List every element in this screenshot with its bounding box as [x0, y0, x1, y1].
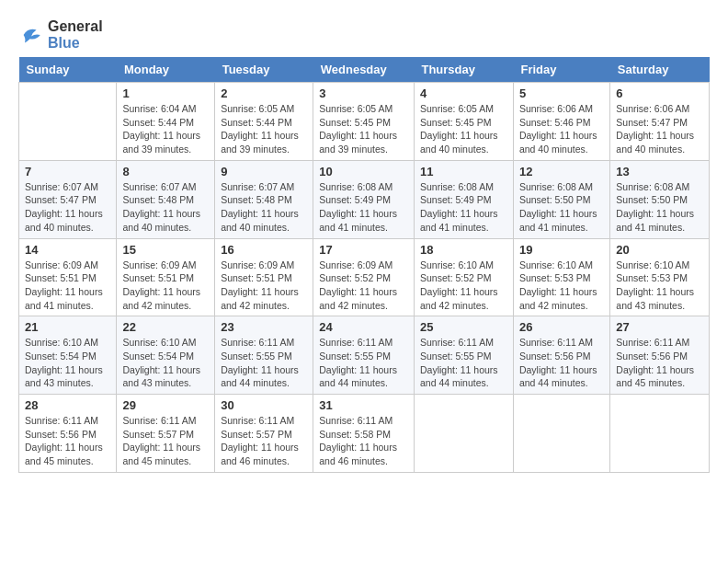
calendar-cell: 23Sunrise: 6:11 AMSunset: 5:55 PMDayligh… — [215, 316, 313, 395]
day-number: 7 — [25, 165, 110, 178]
calendar-cell: 12Sunrise: 6:08 AMSunset: 5:50 PMDayligh… — [513, 160, 609, 238]
calendar-cell: 29Sunrise: 6:11 AMSunset: 5:57 PMDayligh… — [117, 395, 215, 473]
day-info: Sunrise: 6:11 AMSunset: 5:55 PMDaylight:… — [221, 336, 307, 390]
day-number: 29 — [122, 398, 209, 412]
day-info: Sunrise: 6:05 AMSunset: 5:45 PMDaylight:… — [319, 102, 408, 156]
day-number: 17 — [319, 243, 408, 257]
day-number: 15 — [122, 243, 209, 257]
calendar-cell: 7Sunrise: 6:07 AMSunset: 5:47 PMDaylight… — [19, 160, 117, 238]
day-number: 21 — [25, 320, 110, 334]
day-info: Sunrise: 6:04 AMSunset: 5:44 PMDaylight:… — [122, 102, 209, 156]
day-info: Sunrise: 6:09 AMSunset: 5:51 PMDaylight:… — [122, 259, 209, 313]
calendar-week-row: 1Sunrise: 6:04 AMSunset: 5:44 PMDaylight… — [19, 83, 710, 161]
days-header-row: SundayMondayTuesdayWednesdayThursdayFrid… — [19, 57, 710, 83]
calendar-cell: 16Sunrise: 6:09 AMSunset: 5:51 PMDayligh… — [215, 238, 313, 316]
calendar-cell: 27Sunrise: 6:11 AMSunset: 5:56 PMDayligh… — [610, 316, 710, 395]
day-header-monday: Monday — [117, 57, 215, 83]
calendar-cell: 13Sunrise: 6:08 AMSunset: 5:50 PMDayligh… — [610, 160, 710, 238]
day-info: Sunrise: 6:09 AMSunset: 5:52 PMDaylight:… — [319, 259, 408, 313]
calendar-cell: 24Sunrise: 6:11 AMSunset: 5:55 PMDayligh… — [313, 316, 415, 395]
day-number: 30 — [221, 398, 307, 412]
day-number: 31 — [319, 398, 408, 412]
day-info: Sunrise: 6:07 AMSunset: 5:48 PMDaylight:… — [221, 180, 307, 235]
day-info: Sunrise: 6:08 AMSunset: 5:49 PMDaylight:… — [420, 180, 507, 235]
day-number: 25 — [420, 320, 507, 334]
day-number: 5 — [519, 86, 604, 100]
day-number: 11 — [420, 165, 507, 178]
day-info: Sunrise: 6:10 AMSunset: 5:53 PMDaylight:… — [519, 259, 604, 313]
day-number: 12 — [519, 165, 604, 178]
calendar-cell: 4Sunrise: 6:05 AMSunset: 5:45 PMDaylight… — [414, 83, 513, 161]
day-info: Sunrise: 6:11 AMSunset: 5:55 PMDaylight:… — [319, 336, 408, 390]
calendar-cell: 28Sunrise: 6:11 AMSunset: 5:56 PMDayligh… — [19, 395, 117, 473]
calendar-cell: 1Sunrise: 6:04 AMSunset: 5:44 PMDaylight… — [117, 83, 215, 161]
day-info: Sunrise: 6:11 AMSunset: 5:56 PMDaylight:… — [519, 336, 604, 390]
day-info: Sunrise: 6:08 AMSunset: 5:50 PMDaylight:… — [616, 180, 703, 235]
calendar-cell: 3Sunrise: 6:05 AMSunset: 5:45 PMDaylight… — [313, 83, 415, 161]
day-header-sunday: Sunday — [19, 57, 117, 83]
calendar-week-row: 7Sunrise: 6:07 AMSunset: 5:47 PMDaylight… — [19, 160, 710, 238]
calendar-cell: 6Sunrise: 6:06 AMSunset: 5:47 PMDaylight… — [610, 83, 710, 161]
calendar-cell: 9Sunrise: 6:07 AMSunset: 5:48 PMDaylight… — [215, 160, 313, 238]
calendar-cell — [513, 395, 609, 473]
day-info: Sunrise: 6:08 AMSunset: 5:49 PMDaylight:… — [319, 180, 408, 235]
calendar-cell: 30Sunrise: 6:11 AMSunset: 5:57 PMDayligh… — [215, 395, 313, 473]
day-number: 27 — [616, 320, 703, 334]
day-number: 20 — [616, 243, 703, 257]
day-header-tuesday: Tuesday — [215, 57, 313, 83]
calendar-cell: 11Sunrise: 6:08 AMSunset: 5:49 PMDayligh… — [414, 160, 513, 238]
calendar-week-row: 14Sunrise: 6:09 AMSunset: 5:51 PMDayligh… — [19, 238, 710, 316]
day-info: Sunrise: 6:08 AMSunset: 5:50 PMDaylight:… — [519, 180, 604, 235]
day-info: Sunrise: 6:11 AMSunset: 5:55 PMDaylight:… — [420, 336, 507, 390]
logo-text: General Blue — [48, 18, 103, 52]
day-info: Sunrise: 6:09 AMSunset: 5:51 PMDaylight:… — [25, 259, 110, 313]
calendar-cell: 17Sunrise: 6:09 AMSunset: 5:52 PMDayligh… — [313, 238, 415, 316]
calendar-cell: 25Sunrise: 6:11 AMSunset: 5:55 PMDayligh… — [414, 316, 513, 395]
day-info: Sunrise: 6:09 AMSunset: 5:51 PMDaylight:… — [221, 259, 307, 313]
calendar-cell: 5Sunrise: 6:06 AMSunset: 5:46 PMDaylight… — [513, 83, 609, 161]
calendar-cell — [610, 395, 710, 473]
day-info: Sunrise: 6:05 AMSunset: 5:44 PMDaylight:… — [221, 102, 307, 156]
calendar-cell: 22Sunrise: 6:10 AMSunset: 5:54 PMDayligh… — [117, 316, 215, 395]
day-number: 26 — [519, 320, 604, 334]
day-header-saturday: Saturday — [610, 57, 710, 83]
day-number: 6 — [616, 86, 703, 100]
calendar-table: SundayMondayTuesdayWednesdayThursdayFrid… — [18, 57, 710, 473]
page-header: General Blue — [18, 18, 710, 52]
day-number: 2 — [221, 86, 307, 100]
calendar-cell: 20Sunrise: 6:10 AMSunset: 5:53 PMDayligh… — [610, 238, 710, 316]
day-info: Sunrise: 6:07 AMSunset: 5:47 PMDaylight:… — [25, 180, 110, 235]
day-number: 24 — [319, 320, 408, 334]
day-info: Sunrise: 6:06 AMSunset: 5:47 PMDaylight:… — [616, 102, 703, 156]
day-number: 16 — [221, 243, 307, 257]
day-number: 10 — [319, 165, 408, 178]
calendar-cell: 10Sunrise: 6:08 AMSunset: 5:49 PMDayligh… — [313, 160, 415, 238]
day-number: 4 — [420, 86, 507, 100]
calendar-cell — [19, 83, 117, 161]
calendar-week-row: 21Sunrise: 6:10 AMSunset: 5:54 PMDayligh… — [19, 316, 710, 395]
day-info: Sunrise: 6:10 AMSunset: 5:52 PMDaylight:… — [420, 259, 507, 313]
day-number: 14 — [25, 243, 110, 257]
day-info: Sunrise: 6:05 AMSunset: 5:45 PMDaylight:… — [420, 102, 507, 156]
day-info: Sunrise: 6:10 AMSunset: 5:53 PMDaylight:… — [616, 259, 703, 313]
day-info: Sunrise: 6:10 AMSunset: 5:54 PMDaylight:… — [122, 336, 209, 390]
calendar-cell: 2Sunrise: 6:05 AMSunset: 5:44 PMDaylight… — [215, 83, 313, 161]
calendar-cell: 21Sunrise: 6:10 AMSunset: 5:54 PMDayligh… — [19, 316, 117, 395]
day-number: 23 — [221, 320, 307, 334]
day-header-wednesday: Wednesday — [313, 57, 415, 83]
day-info: Sunrise: 6:10 AMSunset: 5:54 PMDaylight:… — [25, 336, 110, 390]
day-number: 19 — [519, 243, 604, 257]
day-header-friday: Friday — [513, 57, 609, 83]
day-number: 22 — [122, 320, 209, 334]
calendar-cell: 18Sunrise: 6:10 AMSunset: 5:52 PMDayligh… — [414, 238, 513, 316]
logo: General Blue — [18, 18, 103, 52]
day-number: 18 — [420, 243, 507, 257]
calendar-cell: 19Sunrise: 6:10 AMSunset: 5:53 PMDayligh… — [513, 238, 609, 316]
logo-icon — [18, 22, 44, 48]
calendar-cell: 8Sunrise: 6:07 AMSunset: 5:48 PMDaylight… — [117, 160, 215, 238]
day-info: Sunrise: 6:11 AMSunset: 5:56 PMDaylight:… — [616, 336, 703, 390]
calendar-cell: 14Sunrise: 6:09 AMSunset: 5:51 PMDayligh… — [19, 238, 117, 316]
day-number: 9 — [221, 165, 307, 178]
day-info: Sunrise: 6:06 AMSunset: 5:46 PMDaylight:… — [519, 102, 604, 156]
calendar-week-row: 28Sunrise: 6:11 AMSunset: 5:56 PMDayligh… — [19, 395, 710, 473]
